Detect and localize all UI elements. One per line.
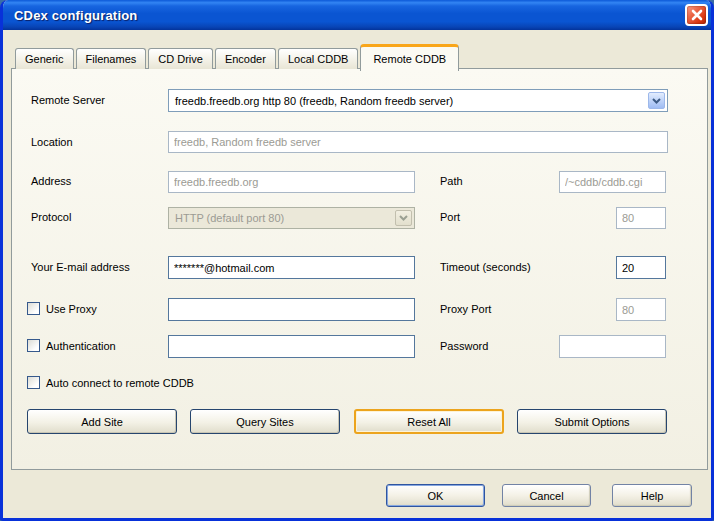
port-input <box>616 207 666 229</box>
proxy-port-input <box>616 298 666 321</box>
chevron-down-icon <box>652 98 661 104</box>
auto-connect-checkbox[interactable] <box>27 376 40 389</box>
reset-all-button[interactable]: Reset All <box>354 409 504 434</box>
title-bar[interactable]: CDex configuration <box>0 0 714 30</box>
port-label: Port <box>440 211 460 223</box>
tab-bar: Generic Filenames CD Drive Encoder Local… <box>15 44 461 69</box>
tab-encoder[interactable]: Encoder <box>215 48 276 69</box>
remote-server-combobox[interactable]: freedb.freedb.org http 80 (freedb, Rando… <box>168 89 668 112</box>
protocol-label: Protocol <box>31 211 71 223</box>
close-button[interactable] <box>685 4 708 26</box>
timeout-label: Timeout (seconds) <box>440 261 531 273</box>
help-button[interactable]: Help <box>612 484 692 507</box>
location-label: Location <box>31 136 73 148</box>
query-sites-button[interactable]: Query Sites <box>190 409 340 434</box>
protocol-value: HTTP (default port 80) <box>169 212 393 224</box>
proxy-port-label: Proxy Port <box>440 303 491 315</box>
protocol-combobox: HTTP (default port 80) <box>168 207 415 229</box>
close-icon <box>691 9 703 21</box>
submit-options-button[interactable]: Submit Options <box>517 409 667 434</box>
email-label: Your E-mail address <box>31 261 130 273</box>
cdex-configuration-window: CDex configuration Generic Filenames CD … <box>0 0 714 521</box>
window-title: CDex configuration <box>0 8 138 23</box>
remote-cddb-panel: Remote Server freedb.freedb.org http 80 … <box>11 68 708 470</box>
address-label: Address <box>31 175 71 187</box>
tab-cd-drive[interactable]: CD Drive <box>148 48 213 69</box>
tab-filenames[interactable]: Filenames <box>76 48 147 69</box>
authentication-label[interactable]: Authentication <box>46 340 116 352</box>
auto-connect-label[interactable]: Auto connect to remote CDDB <box>46 377 194 389</box>
proxy-server-input[interactable] <box>168 298 415 321</box>
timeout-input[interactable] <box>616 256 666 279</box>
use-proxy-checkbox[interactable] <box>27 302 40 315</box>
remote-server-label: Remote Server <box>31 94 105 106</box>
location-input <box>168 131 668 153</box>
address-input <box>168 171 415 193</box>
remote-server-value: freedb.freedb.org http 80 (freedb, Rando… <box>169 95 646 107</box>
add-site-button[interactable]: Add Site <box>27 409 177 434</box>
cancel-button[interactable]: Cancel <box>502 484 591 507</box>
use-proxy-label[interactable]: Use Proxy <box>46 303 97 315</box>
password-input <box>559 335 666 358</box>
tab-remote-cddb[interactable]: Remote CDDB <box>360 44 459 71</box>
authentication-checkbox[interactable] <box>27 339 40 352</box>
remote-server-dropdown-button[interactable] <box>648 92 665 109</box>
tab-local-cddb[interactable]: Local CDDB <box>278 48 359 69</box>
protocol-dropdown-button <box>395 210 412 226</box>
path-input <box>559 171 666 193</box>
password-label: Password <box>440 340 488 352</box>
ok-button[interactable]: OK <box>386 484 485 507</box>
authentication-user-input[interactable] <box>168 335 415 358</box>
chevron-down-icon <box>399 215 408 221</box>
email-input[interactable] <box>168 256 415 279</box>
tab-generic[interactable]: Generic <box>15 48 74 69</box>
path-label: Path <box>440 175 463 187</box>
